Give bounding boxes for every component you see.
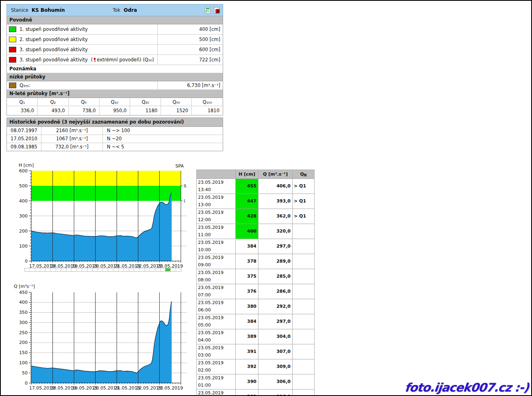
- flood-level-label: 3. stupeň povodňové aktivity: [20, 57, 88, 63]
- measurement-datetime: 23.05.2019 11:00: [197, 224, 236, 239]
- timeline-cell[interactable]: [165, 268, 171, 271]
- timeline-cell[interactable]: [113, 268, 119, 271]
- timeline-cell[interactable]: [103, 268, 108, 271]
- timeline-cell[interactable]: [40, 268, 46, 271]
- historic-flood-date: 09.08.1985: [7, 143, 41, 151]
- col-header-qn: QN: [293, 170, 315, 179]
- timeline-cell[interactable]: [77, 268, 82, 271]
- measurement-h: 390: [236, 374, 258, 389]
- measurement-q: 306,0: [258, 374, 293, 389]
- timeline-cell[interactable]: [129, 268, 135, 271]
- flood-level-label: 1. stupeň povodňové aktivity: [20, 26, 88, 32]
- svg-text:200: 200: [19, 340, 28, 345]
- historic-flood-flow: 2160 [m³.s⁻¹]: [41, 127, 103, 135]
- timeline-cell[interactable]: [46, 268, 51, 271]
- report-icon[interactable]: [204, 7, 211, 14]
- measurement-q: 292,0: [258, 299, 293, 314]
- measurement-qn: [293, 329, 315, 344]
- timeline-strip[interactable]: [24, 268, 181, 272]
- timeline-cell[interactable]: [30, 268, 35, 271]
- timeline-cell[interactable]: [155, 268, 161, 271]
- timeline-cell[interactable]: [61, 268, 67, 271]
- timeline-cell[interactable]: [150, 268, 155, 271]
- n-year-value: 1810: [192, 106, 223, 115]
- measurement-q: 307,0: [258, 344, 293, 359]
- svg-text:100: 100: [19, 360, 28, 366]
- flood-level-label-cell: 3. stupeň povodňové aktivity: [7, 45, 158, 54]
- timeline-cell[interactable]: [161, 268, 166, 271]
- measurement-datetime: 23.05.2019 02:00: [197, 359, 236, 374]
- svg-text:250: 250: [19, 330, 28, 335]
- timeline-cell[interactable]: [56, 268, 61, 271]
- n-year-column-header: Q₁₀₀: [192, 98, 223, 106]
- flood-level-label: 3. stupeň povodňové aktivity: [20, 47, 88, 52]
- measurement-datetime: 23.05.2019 07:00: [197, 284, 236, 299]
- historic-flood-flow: 1067 [m³.s⁻¹]: [41, 135, 103, 143]
- historic-flood-n: N ~20: [103, 135, 223, 143]
- flood-level-value: 722 [cm]: [158, 57, 223, 63]
- timeline-cell[interactable]: [87, 268, 93, 271]
- timeline-cell[interactable]: [139, 268, 145, 271]
- measurement-h: 383: [236, 389, 258, 396]
- measurement-qn: > Q1: [293, 179, 315, 194]
- timeline-cell[interactable]: [98, 268, 103, 271]
- historic-flood-rows: 08.07.19972160 [m³.s⁻¹]N ~> 10017.05.201…: [7, 127, 223, 151]
- measurement-row: 23.05.2019 03:00391307,0: [197, 344, 315, 359]
- extreme-flood-warning-icon: [94, 58, 96, 62]
- measurement-qn: [293, 389, 315, 396]
- svg-text:300: 300: [19, 213, 28, 219]
- n-year-column-header: Q₁: [7, 98, 38, 106]
- flood-level-label-cell: 3. stupeň povodňové aktivity(extrémní po…: [7, 55, 158, 65]
- timeline-cell[interactable]: [82, 268, 87, 271]
- measurement-q: 289,0: [258, 254, 293, 269]
- svg-text:500: 500: [19, 183, 28, 189]
- measurement-qn: [293, 284, 315, 299]
- timeline-cell[interactable]: [51, 268, 56, 271]
- measurement-datetime: 23.05.2019 04:00: [197, 329, 236, 344]
- timeline-cell[interactable]: [93, 268, 98, 271]
- measurement-datetime: 23.05.2019 00:00: [197, 389, 236, 396]
- measurement-h: 378: [236, 254, 258, 269]
- flood-level-color-swatch: [9, 57, 16, 63]
- n-year-value: 950,0: [100, 106, 130, 115]
- measurement-row: 23.05.2019 07:00376286,0: [197, 284, 315, 299]
- timeline-cell[interactable]: [176, 268, 181, 271]
- flood-level-label-cell: 1. stupeň povodňové aktivity: [7, 24, 158, 34]
- export-icons: A: [204, 7, 220, 14]
- timeline-cell[interactable]: [108, 268, 113, 271]
- n-year-column-header: Q₅: [69, 98, 100, 106]
- timeline-cell[interactable]: [171, 268, 176, 271]
- measurement-q: 304,0: [258, 329, 293, 344]
- n-year-column-header: Q₁₀: [100, 98, 130, 106]
- flood-level-row: 2. stupeň povodňové aktivity500 [cm]: [7, 35, 223, 45]
- measurement-qn: > Q1: [293, 194, 315, 209]
- measurement-h: 384: [236, 239, 258, 254]
- measurement-qn: [293, 344, 315, 359]
- measurement-q: 285,0: [258, 269, 293, 284]
- measurement-q: 297,0: [258, 239, 293, 254]
- measurement-datetime: 23.05.2019 09:00: [197, 254, 236, 269]
- svg-text:Q [m³s⁻¹]: Q [m³s⁻¹]: [14, 284, 35, 289]
- pdf-icon[interactable]: A: [213, 7, 220, 14]
- timeline-cell[interactable]: [145, 268, 150, 271]
- timeline-cell[interactable]: [25, 268, 30, 271]
- flood-level-label: 2. stupeň povodňové aktivity: [20, 37, 88, 42]
- measurement-q: 406,0: [258, 179, 293, 194]
- historic-header: Historické povodně (3 nejvyšší zaznamena…: [7, 118, 223, 127]
- n-year-column-header: Q₅₀: [161, 98, 192, 106]
- timeline-cell[interactable]: [35, 268, 41, 271]
- measurement-h: 392: [236, 359, 258, 374]
- col-header-q: Q [m³.s⁻¹]: [258, 170, 293, 179]
- timeline-cell[interactable]: [119, 268, 124, 271]
- n-year-value: 336,0: [7, 106, 38, 115]
- timeline-cell[interactable]: [134, 268, 139, 271]
- svg-text:0: 0: [25, 259, 28, 264]
- svg-text:100: 100: [19, 244, 28, 249]
- measurement-h: 400: [236, 224, 258, 239]
- svg-text:600: 600: [19, 168, 28, 174]
- timeline-cell[interactable]: [124, 268, 129, 271]
- timeline-cell[interactable]: [72, 268, 77, 271]
- measurement-qn: [293, 269, 315, 284]
- timeline-cell[interactable]: [67, 268, 72, 271]
- n-year-column-header: Q₂: [38, 98, 69, 106]
